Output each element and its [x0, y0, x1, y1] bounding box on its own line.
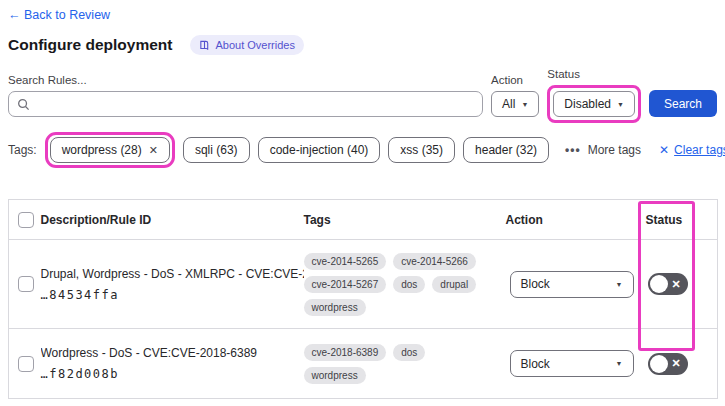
annotation-highlight-status-filter: Disabled▼ [547, 85, 641, 123]
toggle-knob [650, 275, 668, 293]
filter-bar: Search Rules... Action All▼ Status Disab… [8, 68, 717, 117]
action-select-dropdown[interactable]: Block▼ [510, 350, 634, 377]
about-overrides-badge[interactable]: About Overrides [190, 35, 303, 55]
clear-icon: ✕ [659, 143, 669, 157]
rule-tag-pill: drupal [432, 276, 476, 293]
chevron-down-icon: ▼ [617, 101, 624, 108]
rule-tag-pill: wordpress [304, 299, 366, 316]
tags-label: Tags: [8, 143, 37, 157]
action-filter-group: Action All▼ [491, 74, 539, 117]
rule-tags: cve-2018-6389 dos wordpress [304, 344, 488, 384]
status-toggle-off[interactable]: ✕ [648, 353, 688, 375]
table-header-row: Description/Rule ID Tags Action Status [9, 200, 718, 240]
tag-chip-code-injection[interactable]: code-injection (40) [258, 137, 381, 163]
back-to-review-link[interactable]: ← Back to Review [8, 8, 110, 22]
rule-id: …f82d008b [41, 367, 304, 381]
tags-filter-bar: Tags: wordpress (28)✕ sqli (63) code-inj… [8, 132, 717, 168]
chevron-down-icon: ▼ [521, 101, 528, 108]
toggle-knob [650, 355, 668, 373]
status-filter-dropdown[interactable]: Disabled▼ [553, 91, 635, 117]
row-checkbox[interactable] [18, 356, 34, 372]
col-header-status: Status [646, 200, 718, 240]
ellipsis-icon: ••• [565, 143, 581, 157]
chevron-down-icon: ▼ [616, 281, 623, 288]
heading-row: Configure deployment About Overrides [8, 35, 717, 55]
toggle-off-icon: ✕ [672, 279, 681, 290]
col-header-action: Action [506, 200, 646, 240]
search-icon [17, 98, 30, 111]
rule-tag-pill: wordpress [304, 367, 366, 384]
book-icon [199, 40, 210, 51]
more-tags-button[interactable]: •••More tags [565, 143, 641, 157]
rule-tag-pill: cve-2014-5266 [393, 253, 476, 270]
back-arrow-icon: ← [8, 8, 21, 22]
annotation-highlight-wordpress-tag: wordpress (28)✕ [45, 132, 175, 168]
status-toggle-off[interactable]: ✕ [648, 273, 688, 295]
remove-tag-icon[interactable]: ✕ [149, 144, 158, 157]
tag-chip-header[interactable]: header (32) [463, 137, 549, 163]
action-select-dropdown[interactable]: Block▼ [510, 271, 634, 298]
chevron-down-icon: ▼ [616, 360, 623, 367]
search-group: Search Rules... [8, 74, 483, 117]
table-row: Drupal, Wordpress - DoS - XMLRPC - CVE:C… [9, 240, 718, 329]
col-header-tags: Tags [304, 200, 506, 240]
search-rules-input[interactable] [36, 97, 474, 111]
status-filter-label: Status [547, 68, 641, 80]
rule-tag-pill: dos [393, 276, 425, 293]
rule-tag-pill: dos [393, 344, 425, 361]
select-all-checkbox[interactable] [18, 212, 34, 228]
rule-description: Drupal, Wordpress - DoS - XMLRPC - CVE:C… [41, 267, 304, 281]
tag-chip-sqli[interactable]: sqli (63) [183, 137, 250, 163]
action-filter-dropdown[interactable]: All▼ [491, 91, 539, 117]
action-filter-label: Action [491, 74, 539, 86]
row-checkbox[interactable] [18, 276, 34, 292]
rules-table: Description/Rule ID Tags Action Status D… [8, 199, 717, 399]
search-box[interactable] [8, 91, 483, 117]
clear-tags-button[interactable]: ✕Clear tags [659, 143, 725, 157]
toggle-off-icon: ✕ [672, 358, 681, 369]
rule-tags: cve-2014-5265 cve-2014-5266 cve-2014-526… [304, 253, 488, 316]
rule-description: Wordpress - DoS - CVE:CVE-2018-6389 [41, 346, 304, 360]
rule-id: …84534ffa [41, 288, 304, 302]
col-header-description: Description/Rule ID [41, 200, 304, 240]
rule-tag-pill: cve-2014-5267 [304, 276, 387, 293]
search-button[interactable]: Search [649, 90, 717, 117]
about-overrides-label: About Overrides [215, 39, 294, 51]
tag-chip-xss[interactable]: xss (35) [388, 137, 455, 163]
search-rules-label: Search Rules... [8, 74, 483, 86]
status-filter-group: Status Disabled▼ [547, 68, 641, 117]
table-row: Wordpress - DoS - CVE:CVE-2018-6389 …f82… [9, 329, 718, 399]
rule-tag-pill: cve-2018-6389 [304, 344, 387, 361]
rule-tag-pill: cve-2014-5265 [304, 253, 387, 270]
tag-chip-wordpress[interactable]: wordpress (28)✕ [50, 137, 170, 163]
page-title: Configure deployment [8, 36, 172, 54]
